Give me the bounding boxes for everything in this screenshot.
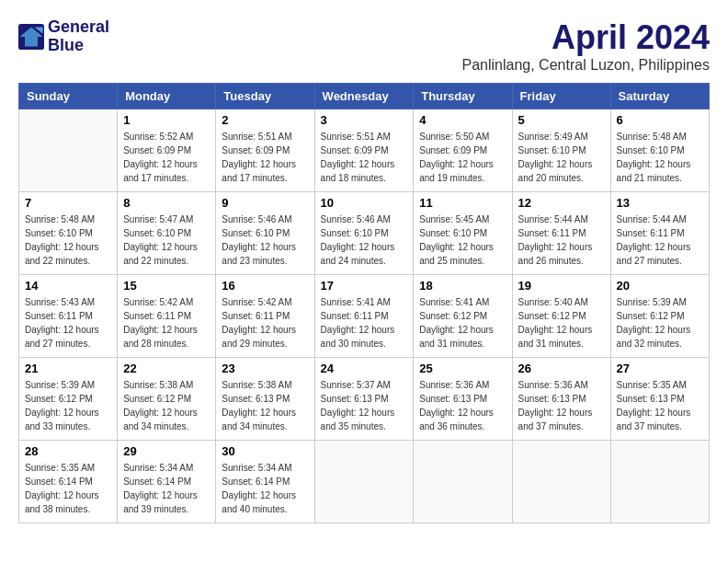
day-number: 26 (518, 362, 605, 375)
calendar-cell: 8Sunrise: 5:47 AM Sunset: 6:10 PM Daylig… (118, 192, 216, 275)
calendar-cell: 27Sunrise: 5:35 AM Sunset: 6:13 PM Dayli… (610, 358, 709, 441)
day-info: Sunrise: 5:36 AM Sunset: 6:13 PM Dayligh… (419, 378, 506, 433)
day-info: Sunrise: 5:46 AM Sunset: 6:10 PM Dayligh… (321, 213, 408, 268)
day-info: Sunrise: 5:39 AM Sunset: 6:12 PM Dayligh… (617, 295, 703, 350)
day-number: 4 (419, 113, 506, 127)
calendar-cell: 16Sunrise: 5:42 AM Sunset: 6:11 PM Dayli… (216, 275, 314, 358)
day-info: Sunrise: 5:44 AM Sunset: 6:11 PM Dayligh… (617, 213, 703, 268)
header-day: Monday (118, 84, 216, 109)
calendar-cell: 25Sunrise: 5:36 AM Sunset: 6:13 PM Dayli… (414, 358, 512, 441)
day-number: 23 (222, 362, 308, 375)
day-info: Sunrise: 5:37 AM Sunset: 6:13 PM Dayligh… (321, 378, 408, 433)
day-info: Sunrise: 5:50 AM Sunset: 6:09 PM Dayligh… (419, 130, 506, 185)
calendar-cell: 3Sunrise: 5:51 AM Sunset: 6:09 PM Daylig… (314, 109, 414, 192)
day-number: 19 (518, 279, 605, 293)
day-info: Sunrise: 5:34 AM Sunset: 6:14 PM Dayligh… (123, 461, 210, 516)
day-number: 25 (419, 362, 506, 375)
calendar-cell: 19Sunrise: 5:40 AM Sunset: 6:12 PM Dayli… (512, 275, 610, 358)
calendar-cell: 11Sunrise: 5:45 AM Sunset: 6:10 PM Dayli… (414, 192, 512, 275)
day-number: 22 (123, 362, 210, 375)
day-number: 27 (617, 362, 703, 375)
day-info: Sunrise: 5:48 AM Sunset: 6:10 PM Dayligh… (25, 213, 111, 268)
day-number: 7 (25, 196, 111, 210)
calendar-cell: 28Sunrise: 5:35 AM Sunset: 6:14 PM Dayli… (19, 441, 118, 523)
day-number: 29 (123, 444, 210, 458)
day-number: 24 (321, 362, 408, 375)
week-row: 21Sunrise: 5:39 AM Sunset: 6:12 PM Dayli… (19, 358, 710, 441)
calendar-cell: 2Sunrise: 5:51 AM Sunset: 6:09 PM Daylig… (216, 109, 314, 192)
week-row: 1Sunrise: 5:52 AM Sunset: 6:09 PM Daylig… (19, 109, 710, 192)
day-info: Sunrise: 5:42 AM Sunset: 6:11 PM Dayligh… (123, 295, 210, 350)
calendar-cell: 24Sunrise: 5:37 AM Sunset: 6:13 PM Dayli… (314, 358, 414, 441)
day-number: 14 (25, 279, 111, 293)
day-number: 16 (222, 279, 308, 293)
day-number: 8 (123, 196, 210, 210)
day-number: 20 (617, 279, 703, 293)
day-info: Sunrise: 5:38 AM Sunset: 6:13 PM Dayligh… (222, 378, 308, 433)
header-day: Sunday (19, 84, 118, 109)
day-number: 10 (321, 196, 408, 210)
day-number: 30 (222, 444, 308, 458)
day-number: 11 (419, 196, 506, 210)
day-number: 3 (321, 113, 408, 127)
day-info: Sunrise: 5:42 AM Sunset: 6:11 PM Dayligh… (222, 295, 308, 350)
calendar-cell: 4Sunrise: 5:50 AM Sunset: 6:09 PM Daylig… (414, 109, 512, 192)
day-info: Sunrise: 5:52 AM Sunset: 6:09 PM Dayligh… (123, 130, 210, 185)
calendar-cell (610, 441, 709, 523)
calendar-cell: 1Sunrise: 5:52 AM Sunset: 6:09 PM Daylig… (118, 109, 216, 192)
header-day: Friday (512, 84, 610, 109)
header-area: General Blue April 2024 Panlinlang, Cent… (18, 18, 710, 74)
calendar-cell: 22Sunrise: 5:38 AM Sunset: 6:12 PM Dayli… (118, 358, 216, 441)
day-info: Sunrise: 5:41 AM Sunset: 6:11 PM Dayligh… (321, 295, 408, 350)
calendar-header-row: SundayMondayTuesdayWednesdayThursdayFrid… (19, 84, 710, 109)
calendar-cell: 20Sunrise: 5:39 AM Sunset: 6:12 PM Dayli… (610, 275, 709, 358)
day-number: 1 (123, 113, 210, 127)
day-info: Sunrise: 5:38 AM Sunset: 6:12 PM Dayligh… (123, 378, 210, 433)
day-number: 2 (222, 113, 308, 127)
day-info: Sunrise: 5:47 AM Sunset: 6:10 PM Dayligh… (123, 213, 210, 268)
day-info: Sunrise: 5:44 AM Sunset: 6:11 PM Dayligh… (518, 213, 605, 268)
calendar-cell: 18Sunrise: 5:41 AM Sunset: 6:12 PM Dayli… (414, 275, 512, 358)
day-number: 17 (321, 279, 408, 293)
calendar-cell (512, 441, 610, 523)
day-number: 12 (518, 196, 605, 210)
day-number: 21 (25, 362, 111, 375)
calendar-cell: 10Sunrise: 5:46 AM Sunset: 6:10 PM Dayli… (314, 192, 414, 275)
logo-line2: Blue (48, 37, 109, 55)
header-day: Saturday (610, 84, 709, 109)
day-info: Sunrise: 5:34 AM Sunset: 6:14 PM Dayligh… (222, 461, 308, 516)
day-info: Sunrise: 5:49 AM Sunset: 6:10 PM Dayligh… (518, 130, 605, 185)
header-day: Wednesday (314, 84, 414, 109)
day-info: Sunrise: 5:48 AM Sunset: 6:10 PM Dayligh… (617, 130, 703, 185)
week-row: 28Sunrise: 5:35 AM Sunset: 6:14 PM Dayli… (19, 441, 710, 523)
week-row: 14Sunrise: 5:43 AM Sunset: 6:11 PM Dayli… (19, 275, 710, 358)
logo: General Blue (18, 18, 109, 55)
day-info: Sunrise: 5:40 AM Sunset: 6:12 PM Dayligh… (518, 295, 605, 350)
day-info: Sunrise: 5:35 AM Sunset: 6:13 PM Dayligh… (617, 378, 703, 433)
calendar: SundayMondayTuesdayWednesdayThursdayFrid… (18, 83, 710, 523)
day-number: 28 (25, 444, 111, 458)
day-number: 18 (419, 279, 506, 293)
calendar-cell: 9Sunrise: 5:46 AM Sunset: 6:10 PM Daylig… (216, 192, 314, 275)
day-info: Sunrise: 5:51 AM Sunset: 6:09 PM Dayligh… (321, 130, 408, 185)
calendar-cell: 26Sunrise: 5:36 AM Sunset: 6:13 PM Dayli… (512, 358, 610, 441)
calendar-cell: 23Sunrise: 5:38 AM Sunset: 6:13 PM Dayli… (216, 358, 314, 441)
header-day: Thursday (414, 84, 512, 109)
logo-icon (18, 24, 44, 50)
calendar-cell: 13Sunrise: 5:44 AM Sunset: 6:11 PM Dayli… (610, 192, 709, 275)
calendar-cell: 15Sunrise: 5:42 AM Sunset: 6:11 PM Dayli… (118, 275, 216, 358)
day-number: 13 (617, 196, 703, 210)
day-info: Sunrise: 5:46 AM Sunset: 6:10 PM Dayligh… (222, 213, 308, 268)
calendar-cell: 30Sunrise: 5:34 AM Sunset: 6:14 PM Dayli… (216, 441, 314, 523)
calendar-cell (314, 441, 414, 523)
day-info: Sunrise: 5:35 AM Sunset: 6:14 PM Dayligh… (25, 461, 111, 516)
week-row: 7Sunrise: 5:48 AM Sunset: 6:10 PM Daylig… (19, 192, 710, 275)
day-info: Sunrise: 5:36 AM Sunset: 6:13 PM Dayligh… (518, 378, 605, 433)
calendar-cell: 29Sunrise: 5:34 AM Sunset: 6:14 PM Dayli… (118, 441, 216, 523)
day-number: 6 (617, 113, 703, 127)
day-number: 9 (222, 196, 308, 210)
calendar-cell: 6Sunrise: 5:48 AM Sunset: 6:10 PM Daylig… (610, 109, 709, 192)
calendar-cell: 17Sunrise: 5:41 AM Sunset: 6:11 PM Dayli… (314, 275, 414, 358)
title-area: April 2024 Panlinlang, Central Luzon, Ph… (461, 18, 710, 74)
header-day: Tuesday (216, 84, 314, 109)
